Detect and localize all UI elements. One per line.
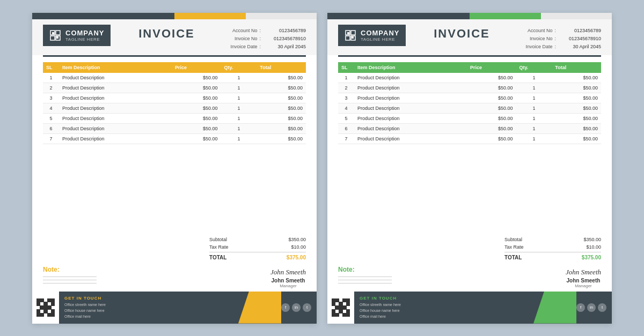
qr-code-1: [36, 298, 55, 317]
table-section-1: SL Item Description Price Qty. Total 1 P…: [32, 57, 317, 233]
table-header-2: SL Item Description Price Qty. Total: [338, 62, 601, 73]
cell-qty: 1: [516, 93, 552, 103]
invoice-footer-2: GET IN TOUCH Office streeth name here Of…: [327, 292, 612, 324]
table-section-2: SL Item Description Price Qty. Total 1 P…: [327, 57, 612, 233]
cell-sl: 1: [338, 73, 354, 83]
cell-desc: Product Description: [59, 124, 172, 134]
invoice-footer-1: GET IN TOUCH Office streeth name here Of…: [32, 292, 317, 324]
account-no-value-2: 0123456789: [558, 27, 601, 35]
cell-desc: Product Description: [354, 73, 467, 83]
note-label-1: Note:: [43, 266, 270, 273]
svg-rect-8: [346, 36, 350, 40]
svg-rect-10: [347, 32, 349, 34]
table-row: 3 Product Description $50.00 1 $50.00: [338, 93, 601, 103]
table-row: 5 Product Description $50.00 1 $50.00: [338, 114, 601, 124]
table-row: 5 Product Description $50.00 1 $50.00: [43, 114, 306, 124]
tax-label-2: Tax Rate: [504, 244, 524, 250]
cell-price: $50.00: [172, 73, 221, 83]
cell-sl: 1: [43, 73, 59, 83]
totals-section-2: Subtotal $350.00 Tax Rate $10.00 TOTAL $…: [327, 234, 612, 262]
signature-area-1: John Smeeth John Smeeth Manager: [270, 266, 306, 288]
footer-address-1: Office streeth name here Office house na…: [64, 302, 233, 320]
grand-total-value-1: $375.00: [287, 255, 306, 260]
cell-total: $50.00: [257, 103, 306, 114]
header-bar-1: [32, 13, 317, 19]
facebook-icon-2[interactable]: f: [576, 303, 585, 312]
table-body-1: 1 Product Description $50.00 1 $50.00 2 …: [43, 73, 306, 144]
grand-total-value-2: $375.00: [582, 255, 601, 260]
instagram-icon-2[interactable]: in: [587, 303, 596, 312]
bar-dark: [32, 13, 174, 19]
logo-area-2: COMPANY TAGLINE HERE: [338, 25, 406, 46]
svg-rect-7: [351, 31, 355, 35]
cell-desc: Product Description: [354, 83, 467, 93]
cell-sl: 7: [43, 134, 59, 144]
bar-light-2: [541, 13, 612, 19]
th-qty-1: Qty.: [221, 62, 257, 73]
cell-qty: 1: [516, 73, 552, 83]
cell-price: $50.00: [467, 124, 516, 134]
cell-sl: 3: [338, 93, 354, 103]
cell-qty: 1: [516, 124, 552, 134]
facebook-icon[interactable]: f: [281, 303, 290, 312]
twitter-icon[interactable]: t: [303, 303, 311, 312]
account-no-label: Account No: [222, 27, 257, 35]
cell-desc: Product Description: [354, 93, 467, 103]
signature-script-1: John Smeeth: [270, 268, 306, 277]
note-line-3: [43, 283, 97, 283]
table-row: 6 Product Description $50.00 1 $50.00: [43, 124, 306, 134]
subtotal-label-2: Subtotal: [504, 237, 522, 242]
cell-total: $50.00: [552, 114, 601, 124]
invoice-title-area-2: INVOICE: [406, 25, 517, 41]
cell-total: $50.00: [257, 124, 306, 134]
invoice-table-1: SL Item Description Price Qty. Total 1 P…: [43, 62, 306, 144]
company-name-2: COMPANY: [361, 29, 399, 37]
footer-social-1: f in t: [281, 292, 317, 324]
invoice-meta-1: Account No : 0123456789 Invoice No : 012…: [222, 25, 306, 51]
footer-qr-2: [327, 292, 354, 324]
cell-sl: 5: [43, 114, 59, 124]
cell-price: $50.00: [172, 93, 221, 103]
invoice-no-value-2: 012345678910: [558, 35, 601, 43]
invoice-no-label-2: Invoice No: [517, 35, 552, 43]
bottom-section-1: Note: John Smeeth John Smeeth Manager: [32, 262, 317, 292]
invoice-date-value: 30 April 2045: [263, 43, 306, 51]
th-desc-2: Item Description: [354, 62, 467, 73]
invoice-date-label-2: Invoice Date: [517, 43, 552, 51]
logo-text-2: COMPANY TAGLINE HERE: [361, 29, 399, 42]
total-divider-1: [209, 252, 306, 252]
cell-total: $50.00: [552, 73, 601, 83]
invoice-table-2: SL Item Description Price Qty. Total 1 P…: [338, 62, 601, 144]
cell-qty: 1: [516, 103, 552, 114]
account-no-row: Account No : 0123456789: [222, 27, 306, 35]
note-line-4: [338, 277, 392, 277]
cell-total: $50.00: [552, 103, 601, 114]
invoice-date-label: Invoice Date: [222, 43, 257, 51]
invoice-title-area-1: INVOICE: [111, 25, 222, 41]
cell-total: $50.00: [257, 73, 306, 83]
th-price-1: Price: [172, 62, 221, 73]
cell-qty: 1: [221, 134, 257, 144]
note-line-2: [43, 280, 97, 280]
grand-total-row-2: TOTAL $375.00: [504, 253, 601, 262]
cell-sl: 3: [43, 93, 59, 103]
twitter-icon-2[interactable]: t: [598, 303, 606, 312]
subtotal-label-1: Subtotal: [209, 237, 227, 242]
note-line-5: [338, 280, 392, 280]
invoice-date-row-2: Invoice Date : 30 April 2045: [517, 43, 601, 51]
footer-contact-2: GET IN TOUCH Office streeth name here Of…: [354, 292, 533, 324]
note-area-2: Note:: [338, 266, 566, 283]
account-no-value: 0123456789: [263, 27, 306, 35]
instagram-icon[interactable]: in: [292, 303, 301, 312]
tagline-2: TAGLINE HERE: [361, 37, 399, 42]
cell-sl: 7: [338, 134, 354, 144]
cell-sl: 2: [43, 83, 59, 93]
th-price-2: Price: [467, 62, 516, 73]
cell-price: $50.00: [467, 103, 516, 114]
cell-total: $50.00: [257, 93, 306, 103]
table-row: 2 Product Description $50.00 1 $50.00: [338, 83, 601, 93]
signature-script-2: John Smeeth: [566, 268, 601, 277]
table-row: 6 Product Description $50.00 1 $50.00: [338, 124, 601, 134]
bar-light: [246, 13, 317, 19]
table-header-1: SL Item Description Price Qty. Total: [43, 62, 306, 73]
